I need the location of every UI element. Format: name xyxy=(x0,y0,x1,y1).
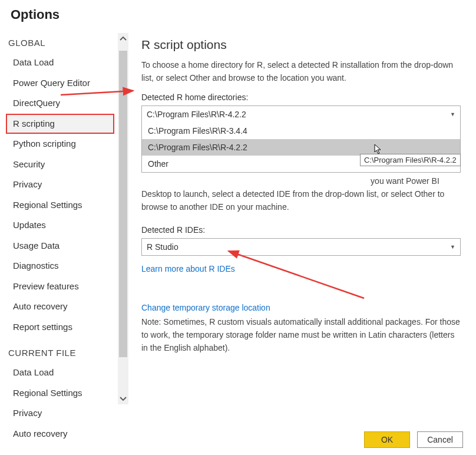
sidebar-item[interactable]: Usage Data xyxy=(6,236,114,256)
dropdown-option[interactable]: C:\Program Files\R\R-3.4.4 xyxy=(142,123,460,139)
home-dir-dropdown[interactable]: C:\Program Files\R\R-4.2.2 ▼ xyxy=(141,105,461,123)
sidebar-item[interactable]: Auto recovery xyxy=(6,296,114,317)
intro-text: To choose a home directory for R, select… xyxy=(141,59,461,84)
window-title: Options xyxy=(0,0,476,27)
sidebar-section-header: GLOBAL xyxy=(6,27,128,52)
home-dir-value: C:\Program Files\R\R-4.2.2 xyxy=(147,110,246,119)
footer-buttons: OK Cancel xyxy=(364,431,463,448)
sidebar-item[interactable]: Security xyxy=(6,154,114,175)
sidebar-item[interactable]: Regional Settings xyxy=(6,383,114,404)
tooltip: C:\Program Files\R\R-4.2.2 xyxy=(360,154,461,166)
home-dir-label: Detected R home directories: xyxy=(141,93,461,102)
panel-title: R script options xyxy=(141,38,461,52)
sidebar: GLOBALData LoadPower Query EditorDirectQ… xyxy=(0,27,128,410)
ide-value: R Studio xyxy=(147,242,178,252)
sidebar-item[interactable]: Preview features xyxy=(6,276,114,297)
home-dir-dropdown-list: C:\Program Files\R\R-3.4.4 C:\Program Fi… xyxy=(141,123,461,173)
sidebar-item[interactable]: Data Load xyxy=(6,362,114,383)
storage-note: Note: Sometimes, R custom visuals automa… xyxy=(141,316,461,354)
sidebar-item[interactable]: Diagnostics xyxy=(6,256,114,276)
sidebar-item[interactable]: DirectQuery xyxy=(6,93,114,114)
scroll-up-icon[interactable] xyxy=(118,33,128,44)
ide-label: Detected R IDEs: xyxy=(141,225,461,235)
sidebar-item[interactable]: Data Load xyxy=(6,52,114,73)
sidebar-scrollbar[interactable] xyxy=(118,33,128,404)
cancel-button[interactable]: Cancel xyxy=(417,431,463,448)
sidebar-item[interactable]: Auto recovery xyxy=(6,424,114,444)
sidebar-item[interactable]: Privacy xyxy=(6,403,114,424)
chevron-down-icon: ▼ xyxy=(450,244,455,250)
storage-link[interactable]: Change temporary storage location xyxy=(141,303,270,312)
sidebar-item[interactable]: Updates xyxy=(6,215,114,236)
scroll-down-icon[interactable] xyxy=(118,394,128,404)
ide-dropdown[interactable]: R Studio ▼ xyxy=(141,238,461,256)
sidebar-item[interactable]: R scripting xyxy=(6,114,114,134)
sidebar-section-header: CURRENT FILE xyxy=(6,337,128,362)
sidebar-item[interactable]: Power Query Editor xyxy=(6,73,114,94)
sidebar-item[interactable]: Privacy xyxy=(6,174,114,195)
dropdown-option-text: C:\Program Files\R\R-4.2.2 xyxy=(148,143,247,152)
ide-intro-text: To choose which R integrated development… xyxy=(141,175,461,213)
sidebar-item[interactable]: Report settings xyxy=(6,317,114,338)
learn-more-link[interactable]: Learn more about R IDEs xyxy=(141,264,235,273)
chevron-down-icon: ▼ xyxy=(450,111,455,117)
sidebar-item[interactable]: Regional Settings xyxy=(6,195,114,216)
scrollbar-thumb[interactable] xyxy=(119,51,127,357)
main-panel: R script options To choose a home direct… xyxy=(128,27,476,410)
sidebar-item[interactable]: Python scripting xyxy=(6,134,114,154)
dropdown-option-hovered[interactable]: C:\Program Files\R\R-4.2.2 C:\Program Fi… xyxy=(142,139,460,156)
body-area: GLOBALData LoadPower Query EditorDirectQ… xyxy=(0,27,476,410)
ok-button[interactable]: OK xyxy=(364,431,410,448)
